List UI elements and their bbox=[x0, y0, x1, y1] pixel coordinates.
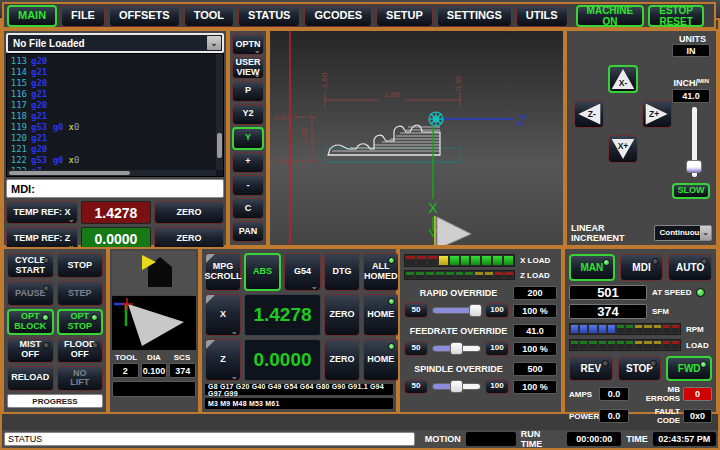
mpg-scroll-button[interactable]: MPG SCROLL bbox=[205, 253, 241, 291]
mist-button[interactable]: MIST OFF bbox=[7, 338, 54, 363]
tab-offsets[interactable]: OFFSETS bbox=[109, 5, 180, 27]
slider-handle[interactable] bbox=[450, 342, 463, 355]
view-y-button[interactable]: Y bbox=[232, 127, 264, 150]
flood-button[interactable]: FLOOD OFF bbox=[57, 338, 104, 363]
tab-file[interactable]: FILE bbox=[61, 5, 105, 27]
tab-setup[interactable]: SETUP bbox=[376, 5, 433, 27]
estop-reset-button[interactable]: ESTOP RESET bbox=[648, 5, 704, 27]
feedrate-override-slider[interactable] bbox=[432, 343, 481, 354]
view-p-button[interactable]: P bbox=[232, 81, 264, 102]
jog-rate-slider[interactable] bbox=[689, 107, 699, 177]
spindle-reverse-button[interactable]: REV bbox=[569, 356, 613, 381]
tab-settings[interactable]: SETTINGS bbox=[437, 5, 512, 27]
spindle-forward-button[interactable]: FWD bbox=[666, 356, 712, 381]
jog-z-minus-button[interactable]: Z- bbox=[574, 100, 604, 128]
tab-gcodes[interactable]: GCODES bbox=[304, 5, 372, 27]
motion-value bbox=[466, 432, 516, 446]
cycle-start-button[interactable]: CYCLE START bbox=[7, 253, 54, 278]
led-indicator bbox=[92, 342, 99, 349]
view-y2-button[interactable]: Y2 bbox=[232, 104, 264, 125]
slider-handle[interactable] bbox=[450, 380, 463, 393]
abs-button[interactable]: ABS bbox=[244, 253, 281, 291]
all-homed-button[interactable]: ALL HOMED bbox=[363, 253, 399, 291]
jog-x-plus-button[interactable]: X+ bbox=[608, 135, 638, 163]
spindle-min-button[interactable]: 50 bbox=[404, 379, 428, 394]
pan-button[interactable]: PAN bbox=[232, 221, 264, 242]
feedrate-max-button[interactable]: 100 bbox=[485, 341, 509, 356]
linear-increment-row: LINEAR INCREMENT Continuous ⌄ bbox=[571, 224, 712, 241]
auto-mode-button[interactable]: AUTO bbox=[668, 254, 712, 281]
zoom-out-button[interactable]: - bbox=[232, 175, 264, 196]
tab-status[interactable]: STATUS bbox=[238, 5, 300, 27]
at-speed-led bbox=[696, 288, 705, 297]
jog-panel: UNITS IN X- Z- Z+ X+ INCH/ bbox=[565, 29, 718, 247]
tab-main[interactable]: MAIN bbox=[7, 5, 57, 27]
gcode-preview[interactable]: -1.50 1.89 0.39 -0.04 0.63 0.59 bbox=[268, 29, 565, 247]
gcode-list[interactable]: 113g20 114g21 115g20 116g21 117g20 118g2… bbox=[6, 53, 224, 177]
clear-button[interactable]: C bbox=[232, 198, 264, 219]
rapid-max-button[interactable]: 100 bbox=[485, 303, 509, 318]
zero-z-button[interactable]: ZERO bbox=[324, 339, 360, 381]
spindle-stop-button[interactable]: STOP bbox=[618, 356, 662, 381]
axis-z-button[interactable]: Z⌄ bbox=[205, 339, 241, 381]
mdi-mode-button[interactable]: MDI bbox=[620, 254, 664, 281]
machine-on-button[interactable]: MACHINE ON bbox=[576, 5, 645, 27]
tool-orientation-icon bbox=[112, 251, 196, 295]
file-panel: No File Loaded ⌄ 113g20 114g21 115g20 11… bbox=[2, 29, 228, 247]
stop-button[interactable]: STOP bbox=[57, 253, 104, 278]
axis-x-button[interactable]: X⌄ bbox=[205, 294, 241, 336]
spindle-override-slider[interactable] bbox=[432, 381, 481, 392]
scrollbar-thumb[interactable] bbox=[217, 133, 222, 159]
status-message-field[interactable]: STATUS bbox=[4, 432, 415, 446]
horizontal-scrollbar[interactable] bbox=[7, 170, 216, 176]
vertical-scrollbar[interactable] bbox=[216, 54, 223, 170]
home-x-button[interactable]: HOME bbox=[363, 294, 399, 336]
dtg-button[interactable]: DTG bbox=[324, 253, 360, 291]
gauge-segment bbox=[482, 256, 491, 265]
tool-comment-field bbox=[112, 381, 196, 397]
fault-code-label: FAULT CODE bbox=[632, 407, 680, 425]
tab-utils[interactable]: UTILS bbox=[516, 5, 568, 27]
triangle-right-icon: Z+ bbox=[644, 102, 670, 126]
tool-scs-value: 374 bbox=[169, 363, 196, 378]
temp-ref-x-button[interactable]: TEMP REF: X⌄ bbox=[6, 201, 78, 224]
user-view-button[interactable]: USER VIEW⌄ bbox=[232, 57, 264, 79]
slider-handle[interactable] bbox=[469, 304, 482, 317]
jog-z-plus-button[interactable]: Z+ bbox=[642, 100, 672, 128]
spindle-max-button[interactable]: 100 bbox=[485, 379, 509, 394]
manual-mode-button[interactable]: MAN bbox=[569, 254, 615, 281]
zero-x-button[interactable]: ZERO bbox=[324, 294, 360, 336]
loaded-file-combo[interactable]: No File Loaded ⌄ bbox=[6, 33, 224, 53]
chevron-down-icon: ⌄ bbox=[230, 327, 238, 336]
pause-button[interactable]: PAUSE bbox=[7, 281, 54, 306]
gauge-segment bbox=[471, 256, 480, 265]
slider-handle[interactable] bbox=[686, 160, 702, 173]
no-lift-button[interactable]: NO LIFT bbox=[57, 366, 104, 391]
scrollbar-thumb[interactable] bbox=[9, 171, 130, 175]
step-button[interactable]: STEP bbox=[57, 281, 104, 306]
rapid-min-button[interactable]: 50 bbox=[404, 303, 428, 318]
run-time-label: RUN TIME bbox=[521, 429, 563, 449]
feedrate-min-button[interactable]: 50 bbox=[404, 341, 428, 356]
reload-button[interactable]: RELOAD bbox=[7, 366, 54, 391]
zoom-in-button[interactable]: + bbox=[232, 152, 264, 173]
slow-toggle-button[interactable]: SLOW bbox=[672, 183, 710, 199]
tool-diameter-value: 0.100 bbox=[141, 363, 168, 378]
rapid-override-slider[interactable] bbox=[432, 305, 481, 316]
jog-x-minus-button[interactable]: X- bbox=[608, 65, 638, 93]
optional-stop-button[interactable]: OPT STOP bbox=[57, 309, 104, 334]
optional-block-button[interactable]: OPT BLOCK bbox=[7, 309, 54, 334]
gauge-segment bbox=[495, 272, 503, 278]
tab-tool[interactable]: TOOL bbox=[184, 5, 234, 27]
home-z-button[interactable]: HOME bbox=[363, 339, 399, 381]
zero-x-button[interactable]: ZERO bbox=[154, 201, 224, 224]
tool-scs-label: SCS bbox=[168, 353, 196, 362]
mdi-input[interactable]: MDI: bbox=[6, 179, 224, 198]
linear-increment-select[interactable]: Continuous ⌄ bbox=[654, 225, 712, 241]
dro-x-value: 1.4278 bbox=[244, 294, 321, 336]
gcode-line: 115g20 bbox=[9, 77, 223, 88]
g54-system-button[interactable]: G54⌄ bbox=[284, 253, 321, 291]
chevron-down-icon: ⌄ bbox=[67, 215, 75, 224]
options-button[interactable]: OPTN⌄ bbox=[232, 34, 264, 55]
chevron-down-icon[interactable]: ⌄ bbox=[207, 36, 221, 50]
